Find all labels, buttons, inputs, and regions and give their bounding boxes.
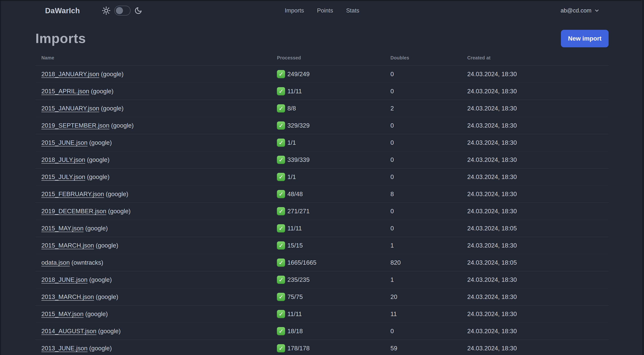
page-head: Imports New import bbox=[36, 30, 608, 47]
created-at-value: 24.03.2024, 18:05 bbox=[461, 220, 608, 237]
success-check-icon: ✓ bbox=[277, 70, 285, 78]
doubles-count: 2 bbox=[384, 100, 461, 117]
import-source-label: (google) bbox=[85, 225, 108, 232]
table-row: 2018_JANUARY.json (google) ✓ 249/249 0 2… bbox=[36, 65, 608, 83]
window-edge-top bbox=[0, 0, 644, 1]
processed-cell: ✓ 15/15 bbox=[271, 237, 384, 254]
success-check-icon: ✓ bbox=[277, 156, 285, 164]
name-cell: 2018_JANUARY.json (google) bbox=[36, 65, 271, 83]
name-cell: 2018_JUNE.json (google) bbox=[36, 271, 271, 288]
processed-count: 1/1 bbox=[287, 139, 296, 146]
new-import-button[interactable]: New import bbox=[561, 30, 608, 47]
import-source-label: (google) bbox=[101, 105, 124, 112]
app-header: DaWarIch Imports Points Stats ab@cd.com bbox=[0, 0, 644, 21]
doubles-count: 0 bbox=[384, 323, 461, 340]
table-row: 2015_JULY.json (google) ✓ 1/1 0 24.03.20… bbox=[36, 168, 608, 186]
success-check-icon: ✓ bbox=[277, 327, 285, 335]
import-file-link[interactable]: 2015_APRIL.json bbox=[41, 88, 89, 95]
success-check-icon: ✓ bbox=[277, 121, 285, 130]
theme-toggle[interactable] bbox=[114, 5, 131, 16]
processed-cell: ✓ 11/11 bbox=[271, 220, 384, 237]
processed-cell: ✓ 1/1 bbox=[271, 134, 384, 151]
success-check-icon: ✓ bbox=[277, 276, 285, 284]
table-row: 2015_FEBRUARY.json (google) ✓ 48/48 8 24… bbox=[36, 186, 608, 203]
name-cell: 2015_APRIL.json (google) bbox=[36, 83, 271, 100]
column-header-doubles: Doubles bbox=[384, 48, 461, 65]
import-source-label: (google) bbox=[89, 139, 112, 146]
processed-count: 1665/1665 bbox=[287, 259, 316, 266]
page-title: Imports bbox=[36, 31, 86, 46]
moon-icon bbox=[134, 7, 142, 14]
table-row: 2015_JUNE.json (google) ✓ 1/1 0 24.03.20… bbox=[36, 134, 608, 151]
doubles-count: 20 bbox=[384, 288, 461, 306]
name-cell: 2015_JANUARY.json (google) bbox=[36, 100, 271, 117]
import-file-link[interactable]: 2015_JUNE.json bbox=[41, 139, 88, 146]
nav-points[interactable]: Points bbox=[317, 7, 333, 14]
table-row: 2015_JANUARY.json (google) ✓ 8/8 2 24.03… bbox=[36, 100, 608, 117]
import-source-label: (google) bbox=[89, 276, 112, 283]
import-file-link[interactable]: 2018_JUNE.json bbox=[41, 276, 88, 283]
name-cell: 2015_FEBRUARY.json (google) bbox=[36, 186, 271, 203]
created-at-value: 24.03.2024, 18:30 bbox=[461, 117, 608, 134]
import-file-link[interactable]: 2015_FEBRUARY.json bbox=[41, 191, 104, 197]
import-source-label: (google) bbox=[106, 191, 128, 197]
doubles-count: 1 bbox=[384, 237, 461, 254]
import-file-link[interactable]: 2018_JULY.json bbox=[41, 156, 85, 163]
table-row: 2013_JUNE.json (google) ✓ 178/178 59 24.… bbox=[36, 340, 608, 355]
name-cell: 2013_MARCH.json (google) bbox=[36, 288, 271, 306]
table-row: 2015_MAY.json (google) ✓ 11/11 11 24.03.… bbox=[36, 306, 608, 323]
success-check-icon: ✓ bbox=[277, 259, 285, 267]
processed-count: 1/1 bbox=[287, 173, 296, 180]
processed-cell: ✓ 329/329 bbox=[271, 117, 384, 134]
created-at-value: 24.03.2024, 18:30 bbox=[461, 100, 608, 117]
name-cell: 2015_JULY.json (google) bbox=[36, 168, 271, 186]
processed-cell: ✓ 339/339 bbox=[271, 151, 384, 168]
doubles-count: 59 bbox=[384, 340, 461, 355]
name-cell: 2019_SEPTEMBER.json (google) bbox=[36, 117, 271, 134]
table-row: 2013_MARCH.json (google) ✓ 75/75 20 24.0… bbox=[36, 288, 608, 306]
success-check-icon: ✓ bbox=[277, 344, 285, 353]
name-cell: odata.json (owntracks) bbox=[36, 254, 271, 271]
nav-stats[interactable]: Stats bbox=[346, 7, 359, 14]
doubles-count: 820 bbox=[384, 254, 461, 271]
doubles-count: 1 bbox=[384, 271, 461, 288]
name-cell: 2015_JUNE.json (google) bbox=[36, 134, 271, 151]
created-at-value: 24.03.2024, 18:30 bbox=[461, 65, 608, 83]
import-file-link[interactable]: odata.json bbox=[41, 259, 70, 266]
column-header-created-at: Created at bbox=[461, 48, 608, 65]
created-at-value: 24.03.2024, 18:05 bbox=[461, 254, 608, 271]
success-check-icon: ✓ bbox=[277, 190, 285, 198]
processed-count: 329/329 bbox=[287, 122, 310, 129]
success-check-icon: ✓ bbox=[277, 139, 285, 147]
theme-toggle-group bbox=[102, 5, 142, 16]
import-file-link[interactable]: 2013_MARCH.json bbox=[41, 293, 94, 300]
import-file-link[interactable]: 2018_JANUARY.json bbox=[41, 71, 99, 77]
import-file-link[interactable]: 2019_SEPTEMBER.json bbox=[41, 122, 110, 129]
processed-count: 235/235 bbox=[287, 276, 310, 283]
processed-count: 48/48 bbox=[287, 191, 303, 198]
nav-imports[interactable]: Imports bbox=[285, 7, 304, 14]
table-row: 2015_APRIL.json (google) ✓ 11/11 0 24.03… bbox=[36, 83, 608, 100]
created-at-value: 24.03.2024, 18:30 bbox=[461, 306, 608, 323]
import-file-link[interactable]: 2015_MAY.json bbox=[41, 225, 84, 232]
processed-count: 8/8 bbox=[287, 105, 296, 112]
import-source-label: (google) bbox=[101, 71, 124, 77]
processed-count: 11/11 bbox=[287, 88, 302, 95]
user-menu[interactable]: ab@cd.com bbox=[560, 7, 600, 14]
import-file-link[interactable]: 2015_JULY.json bbox=[41, 173, 85, 180]
user-email: ab@cd.com bbox=[560, 7, 592, 14]
import-file-link[interactable]: 2014_AUGUST.json bbox=[41, 328, 96, 335]
import-file-link[interactable]: 2015_MARCH.json bbox=[41, 242, 94, 249]
app-logo[interactable]: DaWarIch bbox=[45, 6, 80, 15]
import-file-link[interactable]: 2019_DECEMBER.json bbox=[41, 208, 106, 215]
import-source-label: (google) bbox=[91, 88, 114, 95]
doubles-count: 0 bbox=[384, 203, 461, 220]
import-file-link[interactable]: 2013_JUNE.json bbox=[41, 345, 88, 352]
import-file-link[interactable]: 2015_MAY.json bbox=[41, 311, 84, 317]
doubles-count: 0 bbox=[384, 220, 461, 237]
theme-toggle-knob bbox=[116, 7, 123, 14]
created-at-value: 24.03.2024, 18:30 bbox=[461, 203, 608, 220]
processed-count: 178/178 bbox=[287, 345, 310, 352]
created-at-value: 24.03.2024, 18:30 bbox=[461, 168, 608, 186]
import-file-link[interactable]: 2015_JANUARY.json bbox=[41, 105, 99, 112]
